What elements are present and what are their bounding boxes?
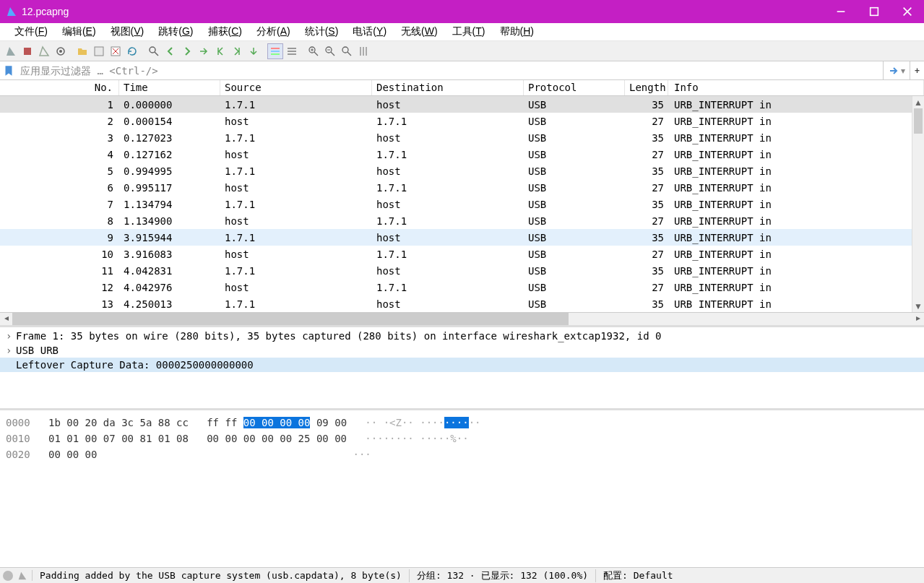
zoom-out-button[interactable] [322, 43, 338, 59]
find-packet-button[interactable] [146, 43, 162, 59]
maximize-button[interactable] [858, 0, 891, 23]
svg-point-11 [150, 47, 155, 53]
svg-rect-15 [271, 53, 280, 55]
close-file-button[interactable] [108, 43, 124, 59]
go-first-button[interactable] [212, 43, 228, 59]
svg-line-24 [331, 52, 334, 56]
close-button[interactable] [891, 0, 924, 23]
start-capture-button[interactable] [3, 43, 19, 59]
menu-编辑e[interactable]: 编辑(E) [55, 23, 103, 40]
stop-capture-button[interactable] [20, 43, 35, 59]
auto-scroll-button[interactable] [246, 43, 262, 59]
svg-line-12 [155, 52, 158, 56]
resize-columns-button[interactable] [355, 43, 371, 59]
svg-rect-4 [24, 48, 31, 55]
zoom-reset-button[interactable] [339, 43, 355, 59]
menu-捕获c[interactable]: 捕获(C) [201, 23, 249, 40]
svg-point-6 [59, 50, 62, 53]
packet-list-pane: No. Time Source Destination Protocol Len… [0, 80, 924, 327]
display-filter-bar: ▾ + [0, 61, 924, 80]
col-header-protocol[interactable]: Protocol [524, 80, 625, 95]
col-header-info[interactable]: Info [668, 80, 924, 95]
add-filter-button[interactable]: + [910, 61, 924, 79]
packet-row[interactable]: 20.000154host1.7.1USB27URB_INTERRUPT in [0, 113, 924, 129]
filter-bookmark-icon[interactable] [2, 64, 15, 77]
hex-row-0[interactable]: 0000 1b 00 20 da 3c 5a 88 cc ff ff 00 00… [6, 415, 918, 431]
menubar: 文件(F)编辑(E)视图(V)跳转(G)捕获(C)分析(A)统计(S)电话(Y)… [0, 23, 924, 41]
packet-row[interactable]: 134.2500131.7.1hostUSB35URB INTERRUPT in [0, 295, 924, 312]
col-header-no[interactable]: No. [0, 80, 119, 95]
packet-row[interactable]: 60.995117host1.7.1USB27URB_INTERRUPT in [0, 179, 924, 196]
expert-info-icon[interactable] [3, 571, 13, 581]
status-hint: Padding added by the USB capture system … [32, 570, 409, 581]
col-header-length[interactable]: Length [625, 80, 668, 95]
filter-apply-button[interactable]: ▾ [883, 61, 910, 79]
window-title: 12.pcapng [22, 6, 824, 17]
packet-row[interactable]: 71.1347941.7.1hostUSB35URB_INTERRUPT in [0, 196, 924, 212]
col-header-destination[interactable]: Destination [372, 80, 524, 95]
menu-帮助h[interactable]: 帮助(H) [493, 23, 541, 40]
svg-line-20 [314, 52, 318, 56]
svg-rect-13 [271, 48, 280, 49]
packet-row[interactable]: 103.916083host1.7.1USB27URB_INTERRUPT in [0, 246, 924, 262]
packet-row[interactable]: 81.134900host1.7.1USB27URB_INTERRUPT in [0, 212, 924, 229]
go-back-button[interactable] [163, 43, 178, 59]
detail-leftover-data[interactable]: Leftover Capture Data: 0000250000000000 [0, 358, 924, 372]
window-titlebar: 12.pcapng [0, 0, 924, 23]
statusbar: Padding added by the USB capture system … [0, 567, 924, 583]
packet-list-vscrollbar[interactable]: ▲▼ [912, 96, 924, 312]
capture-options-button[interactable] [53, 43, 69, 59]
svg-rect-7 [95, 47, 103, 56]
go-last-button[interactable] [229, 43, 245, 59]
status-packet-count: 分组: 132 · 已显示: 132 (100.0%) [409, 569, 595, 582]
svg-rect-1 [871, 8, 878, 16]
open-file-button[interactable] [74, 43, 90, 59]
packet-row[interactable]: 114.0428311.7.1hostUSB35URB_INTERRUPT in [0, 262, 924, 279]
col-header-source[interactable]: Source [220, 80, 372, 95]
detail-usb-urb[interactable]: ›USB URB [0, 343, 924, 358]
svg-rect-17 [288, 51, 296, 52]
packet-row[interactable]: 50.9949951.7.1hostUSB35URB_INTERRUPT in [0, 163, 924, 179]
packet-row[interactable]: 40.127162host1.7.1USB27URB_INTERRUPT in [0, 146, 924, 163]
svg-line-27 [347, 52, 351, 56]
status-profile[interactable]: 配置: Default [595, 569, 680, 582]
packet-list-hscrollbar[interactable]: ◂ ▸ [0, 312, 924, 325]
menu-跳转g[interactable]: 跳转(G) [151, 23, 200, 40]
menu-统计s[interactable]: 统计(S) [298, 23, 346, 40]
go-forward-button[interactable] [179, 43, 195, 59]
menu-视图v[interactable]: 视图(V) [103, 23, 152, 40]
detail-frame[interactable]: ›Frame 1: 35 bytes on wire (280 bits), 3… [0, 329, 924, 343]
capture-file-icon [17, 571, 27, 581]
menu-文件f[interactable]: 文件(F) [7, 23, 55, 40]
col-header-time[interactable]: Time [119, 80, 220, 95]
packet-row[interactable]: 10.0000001.7.1hostUSB35URB_INTERRUPT in [0, 96, 924, 113]
reload-button[interactable] [124, 43, 140, 59]
svg-rect-16 [288, 48, 296, 49]
hex-row-2[interactable]: 0020 00 00 00 ··· [6, 446, 918, 462]
auto-resize-columns-button[interactable] [284, 43, 300, 59]
svg-rect-14 [271, 51, 280, 52]
packet-row[interactable]: 93.9159441.7.1hostUSB35URB_INTERRUPT in [0, 229, 924, 246]
menu-工具t[interactable]: 工具(T) [445, 23, 493, 40]
svg-point-26 [342, 47, 348, 53]
colorize-button[interactable] [267, 43, 283, 59]
app-icon [6, 6, 17, 17]
save-file-button[interactable] [91, 43, 107, 59]
packet-row[interactable]: 124.042976host1.7.1USB27URB_INTERRUPT in [0, 279, 924, 295]
zoom-in-button[interactable] [306, 43, 321, 59]
packet-details-pane[interactable]: ›Frame 1: 35 bytes on wire (280 bits), 3… [0, 327, 924, 410]
menu-无线w[interactable]: 无线(W) [394, 23, 445, 40]
restart-capture-button[interactable] [36, 43, 52, 59]
packet-bytes-pane[interactable]: 0000 1b 00 20 da 3c 5a 88 cc ff ff 00 00… [0, 410, 924, 567]
main-toolbar [0, 41, 924, 61]
menu-分析a[interactable]: 分析(A) [249, 23, 298, 40]
packet-list-header[interactable]: No. Time Source Destination Protocol Len… [0, 80, 924, 96]
hex-row-1[interactable]: 0010 01 01 00 07 00 81 01 08 00 00 00 00… [6, 431, 918, 446]
menu-电话y[interactable]: 电话(Y) [345, 23, 394, 40]
packet-row[interactable]: 30.1270231.7.1hostUSB35URB_INTERRUPT in [0, 129, 924, 146]
svg-rect-18 [288, 53, 296, 55]
packet-list-body[interactable]: 10.0000001.7.1hostUSB35URB_INTERRUPT in2… [0, 96, 924, 312]
minimize-button[interactable] [824, 0, 858, 23]
display-filter-input[interactable] [17, 64, 883, 78]
go-to-packet-button[interactable] [196, 43, 212, 59]
